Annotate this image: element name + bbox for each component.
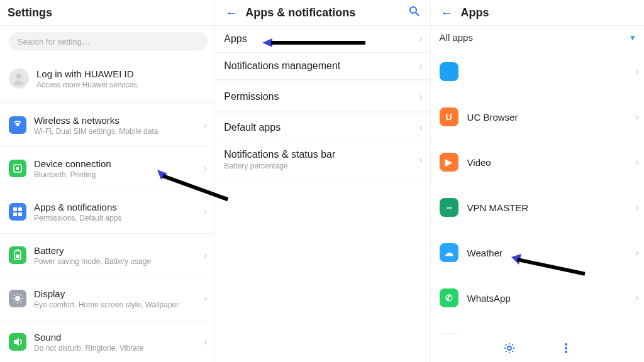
chevron-right-icon: › xyxy=(419,60,422,72)
settings-device[interactable]: Device connectionBluetooth, Printing› xyxy=(0,147,213,190)
chevron-right-icon: › xyxy=(419,33,422,45)
sublabel: Battery percentage xyxy=(224,162,419,170)
app-whatsapp[interactable]: ✆WhatsApp› xyxy=(431,275,644,321)
svg-point-27 xyxy=(410,7,416,13)
settings-display[interactable]: DisplayEye comfort, Home screen style, W… xyxy=(0,277,213,321)
label: Wireless & networks xyxy=(34,115,196,126)
apps-icon xyxy=(9,203,26,221)
app-label: WhatsApp xyxy=(467,293,627,304)
display-icon xyxy=(9,290,26,307)
chevron-right-icon: › xyxy=(636,66,639,77)
settings-search[interactable]: Search for setting… xyxy=(9,32,208,51)
chevron-right-icon: › xyxy=(204,163,207,174)
svg-point-34 xyxy=(565,343,567,346)
svg-rect-3 xyxy=(16,167,19,170)
settings-scroll[interactable]: Search for setting… Log in with HUAWEI I… xyxy=(0,26,213,362)
chevron-right-icon: › xyxy=(204,336,207,348)
sublabel: Power saving mode, Battery usage xyxy=(34,257,196,266)
all-apps-dropdown[interactable]: All apps ▼ xyxy=(431,26,644,49)
whatsapp-icon: ✆ xyxy=(440,288,458,307)
back-icon[interactable]: ← xyxy=(438,3,456,23)
apps-notifications-pane: ← Apps & notifications Apps›Notification… xyxy=(215,0,430,362)
svg-line-16 xyxy=(14,295,15,296)
search-placeholder: Search for setting… xyxy=(18,37,90,47)
settings-sound[interactable]: SoundDo not disturb, Ringtone, Vibrate› xyxy=(0,321,213,362)
chevron-right-icon: › xyxy=(204,119,207,131)
chevron-right-icon: › xyxy=(636,202,639,213)
app-twitter[interactable]: › xyxy=(431,49,644,94)
sound-icon xyxy=(9,333,26,351)
svg-rect-6 xyxy=(13,212,17,216)
pane3-header: ← Apps xyxy=(431,0,644,26)
svg-point-33 xyxy=(508,346,511,350)
p2-apps[interactable]: Apps› xyxy=(215,26,430,53)
pane1-header: Settings xyxy=(0,0,214,26)
twitter-icon xyxy=(440,62,458,81)
chevron-right-icon: › xyxy=(419,122,422,133)
settings-pane: Settings Search for setting… Log in with… xyxy=(0,0,215,362)
label: Battery xyxy=(34,245,196,256)
app-uc[interactable]: UUC Browser› xyxy=(431,94,644,140)
svg-line-18 xyxy=(14,302,15,303)
dropdown-label: All apps xyxy=(440,32,473,43)
settings-apps[interactable]: Apps & notificationsPermissions, Default… xyxy=(0,190,213,234)
chevron-right-icon: › xyxy=(636,247,639,258)
weather-icon: ☁ xyxy=(440,243,458,262)
app-xender[interactable]: Xender› xyxy=(431,321,644,337)
svg-point-35 xyxy=(565,347,567,349)
pane2-title: Apps & notifications xyxy=(245,6,355,19)
label: Sound xyxy=(34,332,196,343)
svg-point-0 xyxy=(16,74,22,79)
svg-marker-20 xyxy=(14,337,19,346)
back-icon[interactable]: ← xyxy=(223,3,240,23)
more-icon[interactable] xyxy=(560,342,572,358)
bottom-bar xyxy=(431,337,644,362)
settings-battery[interactable]: BatteryPower saving mode, Battery usage› xyxy=(0,234,213,277)
svg-line-17 xyxy=(21,302,22,303)
app-video[interactable]: ▶Video› xyxy=(431,140,644,185)
pane2-scroll[interactable]: Apps›Notifications management›Permission… xyxy=(215,26,430,362)
p2-permissions[interactable]: Permissions› xyxy=(215,84,430,111)
chevron-right-icon: › xyxy=(419,154,422,165)
gear-icon[interactable] xyxy=(503,342,516,358)
settings-list: Wireless & networksWi-Fi, Dual SIM setti… xyxy=(0,104,213,362)
chevron-right-icon: › xyxy=(636,292,639,304)
app-label: VPN MASTER xyxy=(467,202,627,213)
huawei-id-row[interactable]: Log in with HUAWEI ID Access more Huawei… xyxy=(0,57,213,100)
label: Notifications management xyxy=(224,60,419,72)
label: Display xyxy=(34,288,196,299)
p2-default-apps[interactable]: Default apps› xyxy=(215,114,430,141)
chevron-right-icon: › xyxy=(636,156,639,168)
chevron-right-icon: › xyxy=(204,293,207,304)
vpn-icon: ⎓ xyxy=(440,198,458,217)
svg-rect-5 xyxy=(18,207,22,211)
label: Permissions xyxy=(224,91,419,102)
svg-rect-7 xyxy=(18,212,22,216)
sublabel: Do not disturb, Ringtone, Vibrate xyxy=(34,344,196,353)
svg-line-28 xyxy=(416,13,419,16)
app-weather[interactable]: ☁Weather› xyxy=(431,230,644,275)
dropdown-icon: ▼ xyxy=(629,33,636,42)
p2-notif-mgmt[interactable]: Notifications management› xyxy=(215,53,430,80)
search-icon[interactable] xyxy=(406,3,423,23)
label: Default apps xyxy=(224,122,419,133)
huawei-id-label: Log in with HUAWEI ID xyxy=(36,69,207,79)
uc-icon: U xyxy=(440,107,458,126)
chevron-right-icon: › xyxy=(419,91,422,102)
app-vpn[interactable]: ⎓VPN MASTER› xyxy=(431,185,644,230)
settings-wireless[interactable]: Wireless & networksWi-Fi, Dual SIM setti… xyxy=(0,104,213,147)
avatar-icon xyxy=(9,69,29,89)
sublabel: Bluetooth, Printing xyxy=(34,170,196,179)
label: Device connection xyxy=(34,158,196,169)
wireless-icon xyxy=(9,116,26,134)
svg-line-19 xyxy=(21,295,22,296)
pane2-header: ← Apps & notifications xyxy=(215,0,430,26)
apps-scroll[interactable]: ›UUC Browser›▶Video›⎓VPN MASTER›☁Weather… xyxy=(431,49,644,337)
app-label: UC Browser xyxy=(467,112,627,123)
sublabel: Permissions, Default apps xyxy=(34,214,196,222)
sublabel: Eye comfort, Home screen style, Wallpape… xyxy=(34,300,196,309)
app-label: Weather xyxy=(467,248,627,258)
device-icon xyxy=(9,160,26,177)
p2-notif-status[interactable]: Notifications & status barBattery percen… xyxy=(215,141,430,178)
label: Notifications & status bar xyxy=(224,149,419,160)
